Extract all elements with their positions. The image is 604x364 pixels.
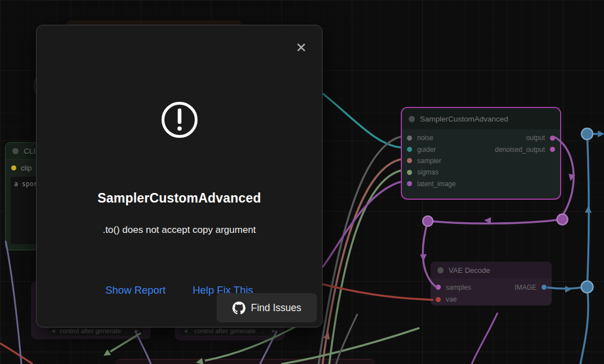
- dialog-message: .to() does not accept copy argument: [37, 224, 322, 236]
- output-port-label: output: [526, 134, 545, 142]
- wire-sampler: [323, 159, 401, 364]
- error-dialog: ✕ SamplerCustomAdvanced .to() does not a…: [36, 25, 323, 327]
- wire-arrow: [420, 254, 427, 261]
- collapse-dot-icon[interactable]: [12, 148, 19, 154]
- widget-value: .: [262, 327, 264, 334]
- wire-latent-image: [323, 182, 401, 267]
- input-port-label: samples: [446, 284, 471, 291]
- decrement-arrow-icon[interactable]: ◀: [51, 328, 55, 334]
- wire-arrow: [323, 331, 332, 340]
- widget-label: control after generate: [55, 327, 126, 334]
- port-row: sampler: [402, 155, 560, 167]
- dialog-title: SamplerCustomAdvanced: [37, 191, 322, 206]
- decrement-arrow-icon[interactable]: ◀: [184, 328, 187, 334]
- widget-value: .: [126, 327, 127, 334]
- wire-reroute-horizontal: [429, 219, 561, 223]
- wire-arrow: [598, 131, 604, 137]
- wire-image-out: [547, 287, 581, 289]
- port-list: noiseoutputguiderdenoised_outputsamplers…: [402, 129, 560, 190]
- port-list: samplesIMAGEvae: [431, 278, 552, 305]
- output-port-label: denoised_output: [495, 146, 545, 154]
- input-port-dot[interactable]: [436, 297, 441, 302]
- reroute-dot-blue[interactable]: [581, 128, 593, 140]
- input-port-label: latent_image: [417, 180, 456, 188]
- input-port-dot[interactable]: [436, 285, 441, 290]
- reroute-dot-purple[interactable]: [423, 216, 433, 226]
- output-port-dot[interactable]: [550, 136, 555, 141]
- input-port-dot[interactable]: [11, 165, 16, 170]
- input-port-dot[interactable]: [407, 158, 412, 163]
- node-header[interactable]: SamplerCustomAdvanced: [402, 108, 560, 129]
- wire-red-corner: [0, 343, 33, 364]
- input-port-dot[interactable]: [407, 181, 412, 186]
- collapse-dot-icon[interactable]: [409, 116, 415, 122]
- output-port-dot[interactable]: [550, 147, 555, 152]
- input-port-label: noise: [417, 134, 433, 142]
- input-port-label: vae: [446, 295, 457, 303]
- port-row: samplesIMAGE: [431, 281, 552, 294]
- wire-arrow: [484, 217, 491, 224]
- wire-vertical: [587, 134, 589, 287]
- port-row: guiderdenoised_output: [402, 143, 560, 155]
- output-port-label: IMAGE: [514, 284, 536, 291]
- output-port-dot[interactable]: [542, 285, 547, 290]
- port-row: latent_image: [402, 178, 560, 190]
- close-icon[interactable]: ✕: [291, 38, 311, 58]
- node-vae-decode[interactable]: VAE Decode samplesIMAGEvae: [431, 262, 552, 305]
- node-sampler-custom-advanced[interactable]: SamplerCustomAdvanced noiseoutputguiderd…: [401, 107, 561, 200]
- reroute-dot-purple[interactable]: [557, 214, 568, 225]
- wire-guider: [323, 93, 401, 147]
- graph-canvas[interactable]: CLIP clip a sport ◀ control after genera…: [0, 0, 604, 364]
- wire-arrow: [102, 349, 111, 359]
- show-report-link[interactable]: Show Report: [105, 284, 165, 296]
- node-title: VAE Decode: [449, 266, 490, 275]
- reroute-dot-blue[interactable]: [581, 281, 593, 293]
- increment-arrow-icon[interactable]: ▶: [135, 328, 139, 334]
- find-issues-label: Find Issues: [251, 302, 301, 314]
- input-port-label: sampler: [417, 157, 441, 165]
- warning-icon: [161, 101, 198, 138]
- collapse-dot-icon[interactable]: [437, 267, 444, 273]
- wire-gray: [336, 314, 357, 364]
- wire-sigmas: [329, 170, 401, 364]
- wire-arrow: [567, 174, 575, 182]
- node-partial-bottom[interactable]: [115, 359, 375, 364]
- input-port-label: sigmas: [417, 168, 439, 176]
- increment-arrow-icon[interactable]: ▶: [272, 328, 276, 334]
- find-issues-button[interactable]: Find Issues: [217, 293, 317, 322]
- wire-arrow: [565, 286, 572, 293]
- wire-arrow: [585, 206, 592, 213]
- node-header[interactable]: VAE Decode: [431, 262, 552, 278]
- wire-down: [580, 287, 588, 364]
- wire-noise: [319, 137, 401, 364]
- port-row: noiseoutput: [402, 132, 560, 143]
- node-title: SamplerCustomAdvanced: [420, 115, 508, 123]
- input-port-dot[interactable]: [407, 147, 412, 152]
- wire-vae: [323, 284, 433, 300]
- wire-purple-bottom: [472, 313, 498, 364]
- input-port-label: clip: [21, 164, 32, 172]
- wire-lavender: [6, 241, 21, 364]
- port-row: vae: [431, 294, 552, 306]
- input-port-dot[interactable]: [407, 170, 412, 175]
- github-icon: [232, 302, 245, 314]
- widget-label: control after generate: [187, 327, 262, 334]
- input-port-dot[interactable]: [407, 136, 412, 141]
- input-port-label: guider: [417, 146, 436, 154]
- port-row: sigmas: [402, 167, 560, 178]
